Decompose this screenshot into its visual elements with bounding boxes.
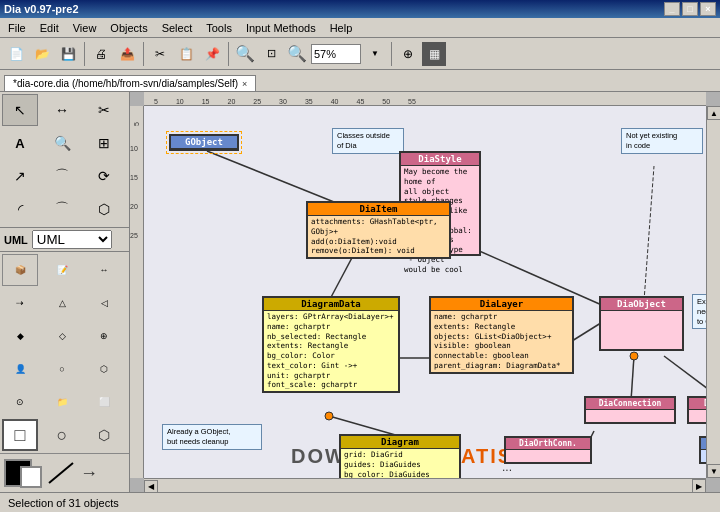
shape-iface[interactable]: ⊙ bbox=[2, 386, 38, 418]
open-button[interactable]: 📂 bbox=[30, 42, 54, 66]
tool-edit[interactable]: ✂ bbox=[86, 94, 122, 126]
copy-button[interactable]: 📋 bbox=[174, 42, 198, 66]
shape-circ1[interactable]: ○ bbox=[44, 419, 80, 451]
menu-edit[interactable]: Edit bbox=[34, 21, 65, 35]
menu-select[interactable]: Select bbox=[156, 21, 199, 35]
shape-obj[interactable]: ⬜ bbox=[86, 386, 122, 418]
shape-dep[interactable]: ⇢ bbox=[2, 287, 38, 319]
node-diagram[interactable]: Diagram grid: DiaGrid guides: DiaGuides … bbox=[339, 434, 461, 478]
scroll-down-button[interactable]: ▼ bbox=[707, 464, 720, 478]
tool-category-select[interactable]: UML Flowchart Network bbox=[32, 230, 112, 249]
zoom-out-button[interactable]: 🔍 bbox=[233, 42, 257, 66]
menu-input-methods[interactable]: Input Methods bbox=[240, 21, 322, 35]
paste-button[interactable]: 📌 bbox=[200, 42, 224, 66]
shape-pkg[interactable]: 📁 bbox=[44, 386, 80, 418]
tool-arc[interactable]: ◜ bbox=[2, 193, 38, 225]
tool-poly[interactable]: ⬡ bbox=[86, 193, 122, 225]
node-custom[interactable]: Custom bbox=[699, 436, 706, 464]
shape-comp[interactable]: ◆ bbox=[2, 320, 38, 352]
shape-uses[interactable]: ⊕ bbox=[86, 320, 122, 352]
node-dialayer[interactable]: DiaLayer name: gcharptr extents: Rectang… bbox=[429, 296, 574, 374]
canvas[interactable]: ... ... GObject Classes outsideof Dia Di… bbox=[144, 106, 706, 478]
shape-assoc[interactable]: ↔ bbox=[86, 254, 122, 286]
ruler-ticks-left: 5 10 15 20 25 bbox=[130, 106, 143, 239]
zoom-in-button[interactable]: 🔍 bbox=[285, 42, 309, 66]
shape-box1[interactable]: □ bbox=[2, 419, 38, 451]
shape-real[interactable]: ◁ bbox=[86, 287, 122, 319]
menu-help[interactable]: Help bbox=[324, 21, 359, 35]
menu-view[interactable]: View bbox=[67, 21, 103, 35]
shape-note[interactable]: 📝 bbox=[44, 254, 80, 286]
node-diaobject-title: DiaObject bbox=[601, 298, 682, 311]
close-button[interactable]: × bbox=[700, 2, 716, 16]
maximize-button[interactable]: □ bbox=[682, 2, 698, 16]
arrow-right[interactable]: → bbox=[80, 463, 98, 484]
zoom-input[interactable]: 57% bbox=[311, 44, 361, 64]
tool-label-row: UML UML Flowchart Network bbox=[0, 228, 129, 252]
ruler-top: 5 10 15 20 25 30 35 40 45 50 55 bbox=[144, 92, 706, 106]
snap-button[interactable]: ⊕ bbox=[396, 42, 420, 66]
tool-top: ↖ ↔ ✂ A 🔍 ⊞ ↗ ⌒ ⟳ ◜ ⌒ ⬡ bbox=[0, 92, 129, 228]
scrollbar-bottom[interactable]: ◀ ▶ bbox=[144, 478, 706, 492]
tool-text[interactable]: A bbox=[2, 127, 38, 159]
tool-connect[interactable]: ⊞ bbox=[86, 127, 122, 159]
node-diaitem-body: attachments: GHashTable<ptr, GObj>+ add(… bbox=[308, 216, 449, 257]
print-button[interactable]: 🖨 bbox=[89, 42, 113, 66]
tool-zigzag[interactable]: ⌒ bbox=[44, 193, 80, 225]
new-button[interactable]: 📄 bbox=[4, 42, 28, 66]
cut-button[interactable]: ✂ bbox=[148, 42, 172, 66]
menu-file[interactable]: File bbox=[2, 21, 32, 35]
shape-aggr[interactable]: ◇ bbox=[44, 320, 80, 352]
node-diaobject[interactable]: DiaObject bbox=[599, 296, 684, 351]
node-diagramdata[interactable]: DiagramData layers: GPtrArray<DiaLayer>+… bbox=[262, 296, 400, 393]
node-diagramdata-title: DiagramData bbox=[264, 298, 398, 311]
sep4 bbox=[391, 42, 392, 66]
minimize-button[interactable]: _ bbox=[664, 2, 680, 16]
grid-button[interactable]: ▦ bbox=[422, 42, 446, 66]
toolbar: 📄 📂 💾 🖨 📤 ✂ 📋 📌 🔍 ⊡ 🔍 57% ▼ ⊕ ▦ bbox=[0, 38, 720, 70]
shape-class[interactable]: 📦 bbox=[2, 254, 38, 286]
export-button[interactable]: 📤 bbox=[115, 42, 139, 66]
scrollbar-right[interactable]: ▲ ▼ bbox=[706, 106, 720, 478]
statusbar: Selection of 31 objects bbox=[0, 492, 720, 512]
tab-0[interactable]: *dia-core.dia (/home/hb/from-svn/dia/sam… bbox=[4, 75, 256, 91]
scroll-up-button[interactable]: ▲ bbox=[707, 106, 720, 120]
node-diastyle-title: DiaStyle bbox=[401, 153, 479, 166]
node-diaconnection[interactable]: DiaConnection bbox=[584, 396, 676, 424]
window-controls[interactable]: _ □ × bbox=[664, 2, 716, 16]
tool-select[interactable]: ↖ bbox=[2, 94, 38, 126]
node-diaitem[interactable]: DiaItem attachments: GHashTable<ptr, GOb… bbox=[306, 201, 451, 259]
menu-tools[interactable]: Tools bbox=[200, 21, 238, 35]
tool-curve[interactable]: ⌒ bbox=[44, 160, 80, 192]
scroll-right-button[interactable]: ▶ bbox=[692, 479, 706, 492]
titlebar: Dia v0.97-pre2 _ □ × bbox=[0, 0, 720, 18]
node-diaelement[interactable]: DiaElement bbox=[687, 396, 706, 424]
zoom-fit-button[interactable]: ⊡ bbox=[259, 42, 283, 66]
tool-move[interactable]: ↔ bbox=[44, 94, 80, 126]
tool-line[interactable]: ↗ bbox=[2, 160, 38, 192]
shape-inherit[interactable]: △ bbox=[44, 287, 80, 319]
menu-objects[interactable]: Objects bbox=[104, 21, 153, 35]
canvas-wrapper: 5 10 15 20 25 30 35 40 45 50 55 5 10 15 … bbox=[130, 92, 720, 492]
line-style[interactable] bbox=[46, 459, 76, 487]
bg-color[interactable] bbox=[20, 466, 42, 488]
node-diaorthconn[interactable]: DiaOrthConn. bbox=[504, 436, 592, 464]
shape-comp2[interactable]: ⬡ bbox=[86, 353, 122, 385]
node-gobject[interactable]: GObject bbox=[169, 134, 239, 151]
tool-rotate[interactable]: ⟳ bbox=[86, 160, 122, 192]
sep2 bbox=[143, 42, 144, 66]
zoom-dropdown[interactable]: ▼ bbox=[363, 42, 387, 66]
save-button[interactable]: 💾 bbox=[56, 42, 80, 66]
shape-hex1[interactable]: ⬡ bbox=[86, 419, 122, 451]
tab-close-0[interactable]: × bbox=[242, 79, 247, 89]
tool-zoom[interactable]: 🔍 bbox=[44, 127, 80, 159]
tabbar: *dia-core.dia (/home/hb/from-svn/dia/sam… bbox=[0, 70, 720, 92]
main-area: ↖ ↔ ✂ A 🔍 ⊞ ↗ ⌒ ⟳ ◜ ⌒ ⬡ UML UML Flowchar… bbox=[0, 92, 720, 492]
shape-usecase[interactable]: ○ bbox=[44, 353, 80, 385]
arrow-controls: → bbox=[80, 463, 98, 484]
scroll-left-button[interactable]: ◀ bbox=[144, 480, 158, 493]
node-diaelement-title: DiaElement bbox=[689, 398, 706, 410]
ruler-left: 5 10 15 20 25 bbox=[130, 106, 144, 478]
sep1 bbox=[84, 42, 85, 66]
shape-actor[interactable]: 👤 bbox=[2, 353, 38, 385]
